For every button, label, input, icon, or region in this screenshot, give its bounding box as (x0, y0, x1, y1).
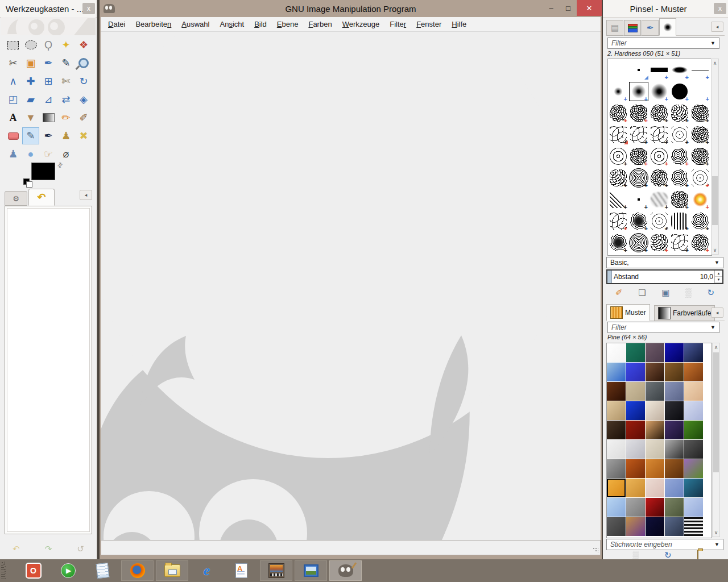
patterns-collapse-button[interactable]: ◂ (711, 307, 723, 318)
menu-fenster[interactable]: Fenster (411, 20, 446, 28)
brush-cell-41[interactable]: + (628, 232, 649, 253)
maximize-button[interactable]: □ (560, 0, 577, 16)
pattern-cell-42[interactable] (646, 498, 664, 517)
brush-cell-29[interactable]: + (690, 167, 710, 189)
pattern-cell-4[interactable] (684, 343, 703, 362)
tool-crop[interactable]: ✄ (57, 73, 75, 90)
pattern-cell-34[interactable] (684, 459, 703, 478)
tool-clone[interactable]: ♟ (57, 127, 75, 144)
taskbar-internet-explorer[interactable]: e (191, 560, 223, 581)
brush-cell-3[interactable]: + (669, 59, 690, 81)
brush-cell-42[interactable]: + (649, 232, 669, 253)
main-titlebar[interactable]: GNU Image Manipulation Program (100, 0, 602, 17)
brush-cell-12[interactable]: + (649, 102, 669, 124)
tool-scale[interactable]: ◰ (5, 91, 22, 108)
menu-farben[interactable]: Farben (303, 20, 337, 28)
tool-cage-transform[interactable]: ◈ (75, 91, 92, 108)
tool-perspective[interactable]: ⊿ (40, 91, 57, 108)
tab-brushes[interactable] (659, 18, 676, 36)
brush-cell-15[interactable]: + (608, 124, 628, 146)
tool-color-picker[interactable]: ✎ (57, 55, 75, 72)
menu-auswahl[interactable]: Auswahl (176, 20, 214, 28)
menu-bild[interactable]: Bild (249, 20, 272, 28)
brush-cell-1[interactable] (628, 59, 649, 81)
taskbar-photo-viewer[interactable] (295, 560, 327, 581)
pattern-cell-3[interactable] (665, 343, 684, 362)
taskbar-gimp[interactable] (329, 560, 362, 581)
brush-cell-13[interactable]: + (669, 102, 690, 124)
spacing-grip[interactable] (607, 271, 612, 283)
pattern-cell-14[interactable] (684, 382, 703, 401)
tool-smudge[interactable]: ☞ (40, 146, 57, 163)
taskbar-firefox[interactable] (121, 560, 154, 581)
tool-align[interactable]: ⊞ (40, 73, 57, 90)
pattern-cell-20[interactable] (607, 421, 626, 439)
pattern-cell-15[interactable] (607, 401, 626, 420)
brush-cell-21[interactable]: + (628, 146, 649, 167)
tool-foreground-select[interactable]: ▣ (22, 55, 39, 72)
tab-paths[interactable]: ✒ (642, 20, 659, 36)
brush-preset-combo[interactable]: Basic, ▼ (606, 257, 723, 268)
dock-titlebar[interactable]: Pinsel - Muster x (603, 0, 728, 18)
tool-rectangle-select[interactable] (5, 36, 22, 53)
tool-measure[interactable]: ∧ (5, 73, 22, 90)
tool-bucket-fill[interactable]: ▼ (22, 109, 39, 126)
taskbar-movie-maker[interactable] (260, 560, 292, 581)
spin-down-icon[interactable]: ▼ (715, 277, 722, 283)
taskbar-shutdown-shortcut[interactable]: O (17, 560, 49, 581)
tool-blur-sharpen[interactable]: ● (22, 146, 39, 163)
menu-bearbeiten[interactable]: Bearbeiten (130, 20, 176, 28)
pattern-cell-8[interactable] (665, 363, 684, 381)
scroll-up-icon[interactable]: ∧ (712, 59, 718, 67)
brush-cell-20[interactable]: + (608, 146, 628, 167)
brush-cell-5[interactable]: + (608, 81, 628, 102)
pattern-cell-17[interactable] (646, 401, 664, 420)
menu-werkzeuge[interactable]: Werkzeuge (337, 20, 385, 28)
tool-blend-gradient[interactable] (40, 109, 57, 126)
brush-spacing-spinner[interactable]: Abstand 10,0 ▲ ▼ (606, 269, 723, 284)
brush-cell-11[interactable]: + (628, 102, 649, 124)
brush-cell-44[interactable]: + (690, 232, 710, 253)
pattern-cell-44[interactable] (684, 498, 703, 517)
brush-cell-25[interactable]: + (608, 167, 628, 189)
tool-dodge-burn[interactable]: ⌀ (57, 146, 75, 163)
pattern-cell-1[interactable] (626, 343, 645, 362)
taskbar-wordpad[interactable] (225, 560, 258, 581)
dock-close-button[interactable]: x (714, 3, 726, 14)
pattern-cell-49[interactable] (684, 517, 703, 536)
tool-move[interactable]: ✚ (22, 73, 39, 90)
brush-cell-8[interactable]: + (669, 81, 690, 102)
pattern-cell-26[interactable] (626, 440, 645, 459)
pattern-cell-16[interactable] (626, 401, 645, 420)
tool-ellipse-select[interactable] (22, 36, 39, 53)
tab-undo-history[interactable]: ↶ (28, 189, 55, 206)
brush-cell-19[interactable]: + (690, 124, 710, 146)
pattern-cell-9[interactable] (684, 363, 703, 381)
duplicate-brush-button[interactable]: ▣ (661, 288, 669, 297)
pattern-cell-0[interactable] (607, 343, 626, 362)
brush-cell-40[interactable]: + (608, 232, 628, 253)
brush-cell-37[interactable]: + (649, 210, 669, 232)
pattern-cell-22[interactable] (646, 421, 664, 439)
brush-cell-0[interactable] (608, 59, 628, 81)
scroll-up-icon[interactable]: ∧ (713, 343, 719, 351)
brush-cell-18[interactable]: + (669, 124, 690, 146)
toolbox-titlebar[interactable]: Werkzeugkasten - ... x (0, 0, 97, 18)
pattern-cell-24[interactable] (684, 421, 703, 439)
brush-cell-34[interactable]: + (690, 189, 710, 210)
gimp-wilber-icon[interactable] (104, 4, 115, 13)
brush-cell-26[interactable]: + (628, 167, 649, 189)
tool-perspective-clone[interactable]: ♟ (5, 146, 22, 163)
pattern-cell-2[interactable] (646, 343, 664, 362)
pattern-cell-29[interactable] (684, 440, 703, 459)
tool-zoom[interactable] (75, 55, 92, 72)
tool-intelligent-scissors[interactable]: ✂ (5, 55, 22, 72)
brush-cell-17[interactable]: + (649, 124, 669, 146)
pattern-cell-13[interactable] (665, 382, 684, 401)
scroll-down-icon[interactable]: ∨ (713, 529, 719, 537)
pattern-cell-18[interactable] (665, 401, 684, 420)
pattern-cell-19[interactable] (684, 401, 703, 420)
menu-hilfe[interactable]: Hilfe (446, 20, 471, 28)
brush-cell-9[interactable]: + (690, 81, 710, 102)
tool-rotate[interactable]: ↻ (75, 73, 92, 90)
